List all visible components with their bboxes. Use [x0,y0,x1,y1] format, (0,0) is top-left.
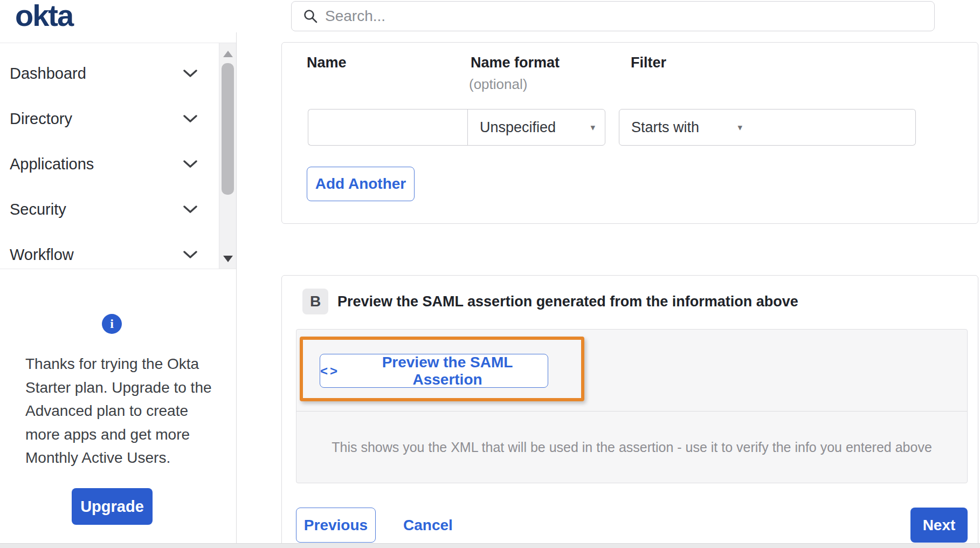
attribute-name-input[interactable] [308,109,468,146]
chevron-down-icon [183,160,197,168]
sidebar-item-applications[interactable]: Applications [0,141,236,187]
sidebar-item-directory[interactable]: Directory [0,96,236,141]
name-column-label: Name [307,54,347,71]
sidebar-scrollbar[interactable] [219,43,236,269]
preview-description: This shows you the XML that will be used… [296,412,967,483]
okta-logo: okta [15,0,73,33]
attribute-statements-card: Name Name format (optional) Filter Unspe… [281,42,978,224]
step-b-badge: B [302,289,328,314]
filter-value-input[interactable] [752,109,916,146]
filter-operator-select[interactable]: Starts with ▾ [619,109,753,146]
select-caret-icon: ▾ [737,122,742,133]
left-panel: Dashboard Directory Applications Securit… [0,32,237,548]
next-button[interactable]: Next [910,508,968,543]
cancel-link[interactable]: Cancel [403,508,453,543]
code-icon: <> [320,364,340,379]
name-format-selected-value: Unspecified [480,119,556,136]
search-input[interactable] [325,8,934,25]
sidebar-item-label: Workflow [10,246,74,264]
sidebar-nav: Dashboard Directory Applications Securit… [0,43,236,269]
search-icon [303,9,318,23]
horizontal-scrollbar[interactable] [0,543,980,548]
upsell-message: Thanks for trying the Okta Starter plan.… [25,352,220,470]
scroll-down-arrow-icon[interactable] [223,256,233,262]
filter-operator-selected-value: Starts with [631,119,699,136]
chevron-down-icon [183,115,197,123]
chevron-down-icon [183,251,197,259]
preview-panel: This shows you the XML that will be used… [296,329,968,483]
sidebar-item-workflow[interactable]: Workflow [0,232,236,277]
sidebar-item-dashboard[interactable]: Dashboard [0,51,236,96]
sidebar-item-label: Dashboard [10,65,86,83]
previous-button[interactable]: Previous [296,508,376,543]
upgrade-button[interactable]: Upgrade [72,488,153,525]
filter-column-label: Filter [631,54,666,71]
info-icon: i [102,314,122,334]
scroll-up-arrow-icon[interactable] [223,51,233,57]
scrollbar-thumb[interactable] [222,63,234,195]
sidebar-item-label: Security [10,201,66,218]
sidebar-item-label: Directory [10,110,72,128]
chevron-down-icon [183,206,197,214]
name-format-column-label: Name format [471,54,560,71]
sidebar-item-security[interactable]: Security [0,187,236,232]
step-b-title: Preview the SAML assertion generated fro… [337,289,798,314]
chevron-down-icon [183,70,197,78]
sidebar-item-label: Applications [10,155,94,173]
global-search-bar[interactable] [291,1,935,31]
preview-saml-assertion-button[interactable]: <> Preview the SAML Assertion [320,354,548,388]
preview-saml-card: B Preview the SAML assertion generated f… [281,275,978,548]
name-format-select[interactable]: Unspecified ▾ [467,109,605,146]
preview-button-label: Preview the SAML Assertion [347,354,548,388]
name-format-optional-label: (optional) [469,76,527,93]
select-caret-icon: ▾ [590,122,595,133]
add-another-button[interactable]: Add Another [307,167,415,201]
